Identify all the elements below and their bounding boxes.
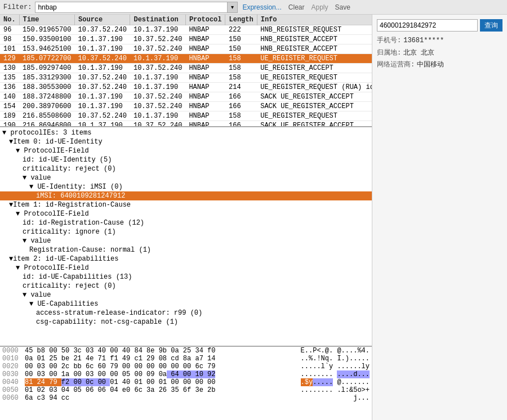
table-row[interactable]: 136188.3055300010.37.52.24010.1.37.190HA… bbox=[0, 83, 372, 92]
right-panel: 查询 手机号: 13681***** 归属地: 北京 北京 网络运营商: 中国移… bbox=[372, 15, 507, 420]
hex-offset: 0030 bbox=[2, 370, 25, 378]
hex-row: 000045 b8 00 50 3c 03 40 00 40 84 8e 9b … bbox=[0, 347, 372, 355]
table-row[interactable]: 154200.3897060010.1.37.19010.37.52.240HN… bbox=[0, 102, 372, 111]
lookup-button[interactable]: 查询 bbox=[480, 19, 502, 32]
tree-item[interactable]: ▼ value bbox=[0, 173, 372, 182]
lookup-row: 查询 bbox=[377, 19, 502, 32]
tree-item[interactable]: ▼Item 0: id-UE-Identity bbox=[0, 137, 372, 146]
tree-item[interactable]: csg-capability: not-csg-capable (1) bbox=[0, 318, 372, 327]
hex-bytes: 01 02 03 04 05 06 06 04 e0 6c 3a 26 35 6… bbox=[25, 386, 296, 394]
phone-info: 手机号: 13681***** 归属地: 北京 北京 网络运营商: 中国移动 bbox=[377, 35, 502, 72]
ascii-bytes: E..P<.@. @....%4. bbox=[301, 347, 370, 355]
table-row[interactable]: 130185.0929740010.1.37.19010.37.52.240HN… bbox=[0, 64, 372, 73]
hex-bytes: 6a c3 94 cc bbox=[25, 394, 349, 402]
hex-dump[interactable]: 000045 b8 00 50 3c 03 40 00 40 84 8e 9b … bbox=[0, 347, 372, 420]
col-no: No. bbox=[0, 15, 19, 25]
table-row[interactable]: 129185.0772270010.37.52.24010.1.37.190HN… bbox=[0, 54, 372, 64]
tree-item[interactable]: ▼ value bbox=[0, 291, 372, 300]
apply-button[interactable]: Apply bbox=[309, 3, 330, 11]
hex-offset: 0060 bbox=[2, 394, 25, 402]
main-area: No. Time Source Destination Protocol Len… bbox=[0, 15, 507, 420]
ascii-bytes: ........ .l:&5o>+ bbox=[301, 386, 370, 394]
hex-offset: 0010 bbox=[2, 355, 25, 363]
ascii-bytes: j... bbox=[353, 394, 370, 402]
hex-offset: 0050 bbox=[2, 386, 25, 394]
tree-item[interactable]: ▼Item 1: id-Registration-Cause bbox=[0, 200, 372, 209]
hex-bytes: 81 24 79 f2 00 0c 00 01 40 01 00 01 00 0… bbox=[25, 378, 296, 386]
left-panel: No. Time Source Destination Protocol Len… bbox=[0, 15, 372, 420]
clear-button[interactable]: Clear bbox=[286, 3, 307, 11]
tree-item[interactable]: ▼ UE-Capabilities bbox=[0, 300, 372, 309]
hex-row: 00606a c3 94 ccj... bbox=[0, 394, 372, 402]
tree-item[interactable]: ▼item 2: id-UE-Capabilities bbox=[0, 254, 372, 263]
hex-row: 003000 03 00 1a 00 03 00 00 05 00 09 0a … bbox=[0, 370, 372, 378]
phone-row: 手机号: 13681***** bbox=[377, 35, 502, 47]
tree-item[interactable]: criticality: reject (0) bbox=[0, 282, 372, 291]
carrier-value: 中国移动 bbox=[417, 59, 444, 72]
tree-item[interactable]: criticality: reject (0) bbox=[0, 164, 372, 173]
table-row[interactable]: 140188.3724880010.1.37.19010.37.52.240HN… bbox=[0, 92, 372, 102]
packet-list-header: No. Time Source Destination Protocol Len… bbox=[0, 15, 372, 25]
col-length: Length bbox=[225, 15, 257, 25]
table-row[interactable]: 96150.9196570010.37.52.24010.1.37.190HNB… bbox=[0, 25, 372, 35]
tree-item[interactable]: id: id-Registration-Cause (12) bbox=[0, 218, 372, 227]
col-time: Time bbox=[19, 15, 74, 25]
col-source: Source bbox=[75, 15, 130, 25]
tree-item[interactable]: id: id-UE-Identity (5) bbox=[0, 155, 372, 164]
expression-button[interactable]: Expression... bbox=[240, 3, 283, 11]
tree-item[interactable]: ▼ ProtocolIE-Field bbox=[0, 209, 372, 218]
hex-row: 002000 03 00 2c bb 6c 60 79 00 00 00 00 … bbox=[0, 363, 372, 370]
col-destination: Destination bbox=[130, 15, 185, 25]
region-label: 归属地: bbox=[377, 47, 401, 60]
filter-label: Filter: bbox=[3, 3, 32, 11]
hex-bytes: 00 03 00 1a 00 03 00 00 05 00 09 0a 64 0… bbox=[25, 370, 296, 378]
table-row[interactable]: 98150.9350010010.1.37.19010.37.52.240HNB… bbox=[0, 35, 372, 44]
lookup-input[interactable] bbox=[377, 19, 478, 32]
carrier-label: 网络运营商: bbox=[377, 59, 415, 72]
tree-item[interactable]: ▼ value bbox=[0, 236, 372, 245]
hex-bytes: 0a 01 25 be 21 4e 71 f1 49 c1 29 08 cd 8… bbox=[25, 355, 296, 363]
table-row[interactable]: 135185.3312930010.37.52.24010.1.37.190HN… bbox=[0, 73, 372, 83]
hex-offset: 0000 bbox=[2, 347, 25, 355]
hex-bytes: 00 03 00 2c bb 6c 60 79 00 00 00 00 00 0… bbox=[25, 363, 296, 370]
tree-item[interactable]: iMSI: 6400109281247912 bbox=[0, 191, 372, 200]
ascii-bytes: ..%.!Nq. I.)..... bbox=[301, 355, 370, 363]
hex-offset: 0040 bbox=[2, 378, 25, 386]
hex-bytes: 45 b8 00 50 3c 03 40 00 40 84 8e 9b 0a 2… bbox=[25, 347, 296, 355]
tree-item[interactable]: Registration-Cause: normal (1) bbox=[0, 245, 372, 254]
col-info: Info bbox=[257, 15, 372, 25]
tree-item[interactable]: ▼ ProtocolIE-Field bbox=[0, 263, 372, 272]
tree-item[interactable]: access-stratum-release-indicator: r99 (0… bbox=[0, 309, 372, 318]
phone-value: 13681***** bbox=[403, 35, 444, 47]
tree-item[interactable]: ▼ protocolIEs: 3 items bbox=[0, 128, 372, 137]
col-protocol: Protocol bbox=[185, 15, 225, 25]
tree-item[interactable]: criticality: ignore (1) bbox=[0, 227, 372, 236]
carrier-row: 网络运营商: 中国移动 bbox=[377, 59, 502, 72]
region-value: 北京 北京 bbox=[403, 47, 434, 60]
table-row[interactable]: 101153.9462510010.1.37.19010.37.52.240HN… bbox=[0, 44, 372, 54]
phone-label: 手机号: bbox=[377, 35, 401, 47]
packet-list: No. Time Source Destination Protocol Len… bbox=[0, 15, 372, 127]
proto-tree[interactable]: ▼ protocolIEs: 3 items▼Item 0: id-UE-Ide… bbox=[0, 127, 372, 347]
tree-item[interactable]: id: id-UE-Capabilities (13) bbox=[0, 272, 372, 282]
packet-list-body: 96150.9196570010.37.52.24010.1.37.190HNB… bbox=[0, 25, 372, 128]
region-row: 归属地: 北京 北京 bbox=[377, 47, 502, 60]
ascii-bytes: .$y..... @....... bbox=[301, 378, 370, 386]
filter-dropdown-button[interactable]: ▾ bbox=[227, 2, 237, 12]
ascii-bytes: ........ ....d... bbox=[301, 370, 370, 378]
hex-row: 004081 24 79 f2 00 0c 00 01 40 01 00 01 … bbox=[0, 378, 372, 386]
table-row[interactable]: 189216.8550860010.37.52.24010.1.37.190HN… bbox=[0, 111, 372, 121]
hex-offset: 0020 bbox=[2, 363, 25, 370]
tree-item[interactable]: ▼ ProtocolIE-Field bbox=[0, 146, 372, 155]
save-button[interactable]: Save bbox=[333, 3, 353, 11]
ascii-bytes: .....l`y ......ly bbox=[301, 363, 370, 370]
filter-input-wrap: ▾ bbox=[35, 2, 238, 13]
hex-row: 00100a 01 25 be 21 4e 71 f1 49 c1 29 08 … bbox=[0, 355, 372, 363]
filter-bar: Filter: ▾ Expression... Clear Apply Save bbox=[0, 0, 507, 15]
packet-list-container[interactable]: No. Time Source Destination Protocol Len… bbox=[0, 15, 372, 127]
filter-input[interactable] bbox=[35, 2, 227, 12]
table-row[interactable]: 190216.8694680010.1.37.19010.37.52.240HN… bbox=[0, 121, 372, 128]
hex-row: 005001 02 03 04 05 06 06 04 e0 6c 3a 26 … bbox=[0, 386, 372, 394]
tree-item[interactable]: ▼ UE-Identity: iMSI (0) bbox=[0, 182, 372, 191]
